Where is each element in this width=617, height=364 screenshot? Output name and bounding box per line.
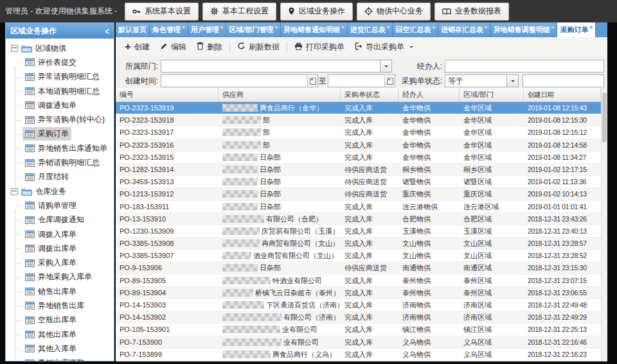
create-button[interactable]: + 创建 <box>120 39 155 55</box>
to-label: 至 <box>319 74 326 87</box>
table-row[interactable]: PO-13-153910 有限公司（合肥） 完成入库 合肥物供 合肥区域 201… <box>116 213 601 225</box>
supplier-text: 有限公司（济南） <box>283 313 340 321</box>
sidebar-tree-item[interactable]: 异地销售出库 <box>6 299 114 313</box>
table-row[interactable]: PO-9-153906 日杂部 待供应商送货 南通物供 南通区域 2018-12… <box>116 262 601 274</box>
print-button[interactable]: 打印采购单 <box>289 39 350 55</box>
menu-project-settings[interactable]: 基本工程设置 <box>202 3 276 21</box>
table-row[interactable]: PO-2323-153918 部 完成入库 金华物供 金华区域 2019-01-… <box>116 114 601 126</box>
column-header-region[interactable]: 区域/部门 <box>460 88 524 101</box>
sidebar-tree-item[interactable]: 本地请购明细汇总 <box>6 84 114 98</box>
tab-close-icon[interactable]: × <box>220 24 224 30</box>
chevron-left-icon[interactable]: < <box>105 26 109 37</box>
tab[interactable]: 区域/部门管理 × <box>226 22 281 37</box>
sidebar-tree-item[interactable]: 其他入库单 <box>6 342 114 356</box>
handler-input[interactable] <box>445 60 604 73</box>
cell-po: PO-7-153899 <box>116 349 219 360</box>
sidebar-tree-item[interactable]: 异销请购明细汇总 <box>6 155 114 169</box>
table-row[interactable]: PO-14-153902 有限公司（济南） 完成入库 济南物供 济南区域 201… <box>116 311 601 324</box>
sidebar-tree-item[interactable]: 其他出库单 <box>6 327 114 342</box>
cell-po: PO-13-153910 <box>116 213 219 225</box>
sidebar-tree-item[interactable]: 仓库调拨通知 <box>6 213 114 227</box>
table-row[interactable]: PO-105-153901 业有限公司 完成入库 镇江物供 镇江区域 2018-… <box>116 324 601 336</box>
scrollbar-thumb[interactable] <box>602 92 607 143</box>
tab[interactable]: 回空汇总表 × <box>393 22 438 37</box>
delete-button[interactable]: 删除 <box>192 39 228 55</box>
sidebar-tree-item[interactable]: 请购单管理 <box>6 198 114 212</box>
column-header-handler[interactable]: 经办人 <box>398 88 460 101</box>
column-header-status[interactable]: 采购单状态 <box>341 88 398 101</box>
refresh-button[interactable]: 刷新数据 <box>232 39 285 55</box>
calendar-icon[interactable] <box>384 76 394 86</box>
department-select[interactable] <box>161 60 392 73</box>
sidebar-tree-item[interactable]: 月度结转 <box>6 170 114 184</box>
tab[interactable]: 默认首页 <box>116 22 150 37</box>
sidebar-tree-item[interactable]: 异销出库调整 <box>6 356 114 361</box>
collapse-expander-icon[interactable] <box>11 188 18 195</box>
sidebar-tree-item[interactable]: 区域物供 <box>6 41 114 55</box>
sidebar-tree-item[interactable]: 采购入库单 <box>6 256 114 270</box>
sidebar-tree-item[interactable]: 异常请购明细汇总 <box>6 70 114 84</box>
sidebar-tree-item[interactable]: 异地采购入库单 <box>6 270 114 284</box>
tab-close-icon[interactable]: × <box>182 24 185 30</box>
tab[interactable]: 进货汇总表 × <box>348 22 393 37</box>
table-row[interactable]: PO-7-153899 腾食品商行（义乌） 完成入库 义乌物供 义乌区域 201… <box>116 349 601 361</box>
table-row[interactable]: PO-2323-153915 日杂部 完成入库 金华物供 金华区域 2019-0… <box>116 152 601 164</box>
dropdown-arrow-icon[interactable] <box>506 75 518 87</box>
table-row[interactable]: PO-2323-153916 部 完成入库 金华物供 金华区域 2019-01-… <box>116 139 601 152</box>
menu-supply-center[interactable]: 物供中心业务 <box>357 3 431 21</box>
sidebar-tree-item[interactable]: 调拨通知单 <box>6 98 114 112</box>
tab[interactable]: 用户管理 × <box>188 22 227 37</box>
column-header-created[interactable]: 创建日期 <box>524 88 601 101</box>
calendar-icon[interactable] <box>307 76 317 86</box>
table-row[interactable]: PO-14-153903 下区勇清百货店（济南） 完成入库 济南物供 济南区域 … <box>116 299 601 311</box>
collapse-expander-icon[interactable] <box>11 45 18 52</box>
tab[interactable]: 角色管理 × <box>150 22 188 37</box>
tab-close-icon[interactable]: × <box>551 24 555 30</box>
tab[interactable]: 采购订单 × <box>557 22 596 37</box>
table-row[interactable]: PO-1230-153909 庆贸易有限公司（玉溪） 完成入库 玉溪物供 玉溪区… <box>116 225 601 238</box>
vertical-scrollbar[interactable] <box>601 88 607 361</box>
table-row[interactable]: PO-89-153904 桥镇飞云日杂超市（泰州） 完成入库 泰州物供 泰州区域… <box>116 287 601 299</box>
tab[interactable]: 异地销售通知明细 × <box>281 22 348 37</box>
status-operator-select[interactable]: 等于 <box>445 74 519 87</box>
menu-system-settings[interactable]: 系统基本设置 <box>125 3 199 21</box>
dropdown-arrow-icon[interactable] <box>380 60 391 72</box>
created-to-input[interactable] <box>328 74 395 87</box>
sidebar-tree-item[interactable]: 空瓶出库单 <box>6 313 114 327</box>
table-row[interactable]: PO-3385-153908 冉商贸有限公司（文山） 完成入库 文山物供 文山区… <box>116 238 601 250</box>
sidebar-tree-item[interactable]: 采购订单 <box>6 127 114 141</box>
sidebar-tree-item[interactable]: 销售出库单 <box>6 284 114 299</box>
menu-business-reports[interactable]: 业务数据报表 <box>434 3 509 21</box>
table-row[interactable]: PO-7-153900 业有限公司 完成入库 义乌物供 义乌区域 2018-12… <box>116 336 601 349</box>
tab-close-icon[interactable]: × <box>274 24 278 30</box>
export-button[interactable]: 导出采购单 <box>350 39 418 55</box>
menu-regional-operations[interactable]: 区域业务操作 <box>280 3 353 21</box>
tab-close-icon[interactable]: × <box>589 24 593 30</box>
column-header-po[interactable]: 编号 <box>116 88 219 101</box>
tab-close-icon[interactable]: × <box>387 24 390 30</box>
supplier-text: 日杂部 <box>260 178 281 186</box>
table-row[interactable]: PO-2323-153919 腾食品商行（金华） 完成入库 金华物供 金华区域 … <box>116 102 601 114</box>
edit-button[interactable]: 编辑 <box>155 39 192 55</box>
table-row[interactable]: PO-1213-153912 日杂部 待供应商送货 重庆物供 重庆区域 2019… <box>116 188 601 200</box>
column-header-supplier[interactable]: 供应商 <box>219 88 341 101</box>
status-value-input[interactable] <box>523 74 604 87</box>
tab[interactable]: 进销存汇总表 × <box>438 22 491 37</box>
table-row[interactable]: PO-1282-153914 日杂部 待供应商送货 桐乡物供 桐乡区域 2019… <box>116 164 601 176</box>
sidebar-tree-item[interactable]: 仓库业务 <box>6 184 114 198</box>
table-row[interactable]: PO-2323-153917 部 完成入库 金华物供 金华区域 2019-01-… <box>116 126 601 139</box>
created-from-input[interactable] <box>161 74 318 87</box>
table-row[interactable]: PO-3459-153913 日杂部 待供应商送货 诸暨物供 诸暨区域 2019… <box>116 176 601 188</box>
sidebar-tree-item[interactable]: 异常请购单(转中心) <box>6 112 114 126</box>
table-row[interactable]: PO-89-153905 特酒业有限公司 完成入库 泰州物供 泰州区域 2018… <box>116 275 601 287</box>
sidebar-tree-item[interactable]: 调拨出库单 <box>6 241 114 256</box>
table-row[interactable]: PO-183-153911 日杂部 完成入库 连云港物供 连云港区域 2019-… <box>116 201 601 213</box>
sidebar-tree-item[interactable]: 调拨入库单 <box>6 227 114 241</box>
sidebar-tree-item[interactable]: 异地销售出库通知单 <box>6 141 114 155</box>
sidebar-tree-item[interactable]: 评价表提交 <box>6 55 114 69</box>
table-row[interactable]: PO-3385-153907 酒业商贸有限公司（文山） 完成入库 文山物供 文山… <box>116 250 601 262</box>
tab-close-icon[interactable]: × <box>341 24 344 30</box>
tab[interactable]: 异地销售调整明细 × <box>491 22 558 37</box>
tab-close-icon[interactable]: × <box>485 24 488 30</box>
tab-close-icon[interactable]: × <box>432 24 435 30</box>
